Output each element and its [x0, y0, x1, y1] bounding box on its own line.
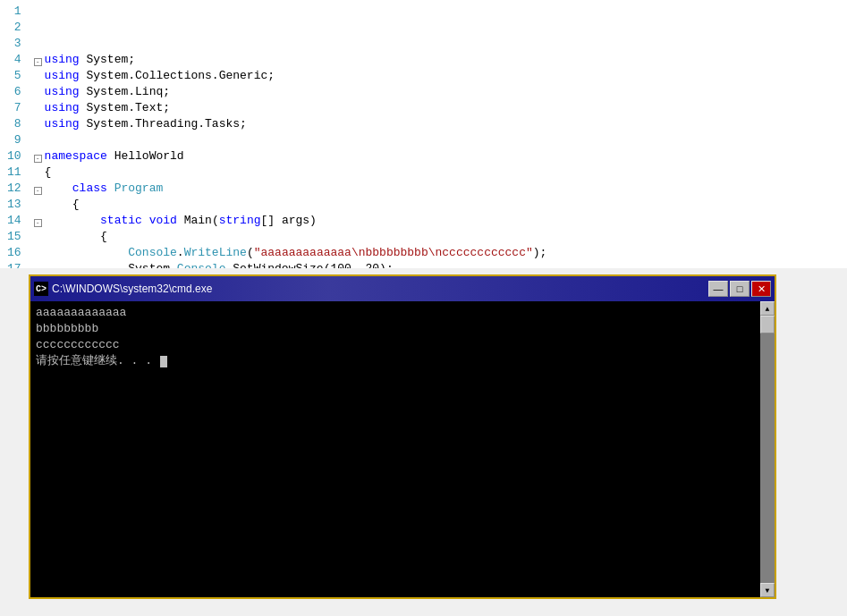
cmd-icon: C>	[34, 282, 48, 296]
token: .	[177, 245, 184, 261]
token: System;	[80, 52, 135, 68]
line-number-10: 10	[7, 148, 21, 165]
collapse-btn-11[interactable]: -	[34, 219, 42, 227]
line-number-16: 16	[7, 245, 21, 261]
token: using	[45, 68, 80, 84]
line-number-11: 11	[7, 165, 21, 181]
collapse-btn-1[interactable]: -	[34, 58, 42, 66]
cmd-controls: — □ ✕	[708, 281, 771, 297]
token: );	[533, 245, 547, 261]
token: using	[45, 116, 80, 132]
code-line-5: using System.Threading.Tasks;	[34, 116, 840, 132]
token: {	[45, 165, 52, 181]
line-number-14: 14	[7, 213, 21, 229]
code-line-9: - class Program	[34, 181, 840, 197]
token: static	[100, 213, 142, 229]
line-number-5: 5	[7, 68, 21, 84]
code-line-1: -using System;	[34, 52, 840, 68]
token: System.Text;	[80, 100, 170, 116]
token: Program	[114, 181, 164, 197]
cmd-cursor	[160, 356, 167, 367]
line-number-8: 8	[7, 116, 21, 132]
code-line-13: Console.WriteLine("aaaaaaaaaaaaa\nbbbbbb…	[34, 245, 840, 261]
collapse-btn-7[interactable]: -	[34, 155, 42, 163]
cmd-titlebar: C> C:\WINDOWS\system32\cmd.exe — □ ✕	[30, 276, 775, 301]
line-number-17: 17	[7, 261, 21, 268]
code-line-2: using System.Collections.Generic;	[34, 68, 840, 84]
token: Console	[128, 245, 177, 261]
token: Console	[177, 261, 226, 268]
token: string	[219, 213, 261, 229]
cmd-body: aaaaaaaaaaaaabbbbbbbbbcccccccccccc请按任意键继…	[30, 301, 775, 597]
line-number-15: 15	[7, 229, 21, 245]
line-number-2: 2	[7, 20, 21, 36]
cmd-window: C> C:\WINDOWS\system32\cmd.exe — □ ✕ aaa…	[29, 274, 776, 599]
code-line-3: using System.Linq;	[34, 84, 840, 100]
token: System.Linq;	[80, 84, 170, 100]
collapse-btn-9[interactable]: -	[34, 187, 42, 195]
line-numbers: 123456789101112131415161718	[0, 0, 27, 268]
cmd-output-line-1: bbbbbbbbb	[36, 321, 755, 337]
token: HelloWorld	[107, 148, 184, 165]
token: {	[45, 229, 107, 245]
cmd-titlebar-left: C> C:\WINDOWS\system32\cmd.exe	[34, 282, 212, 296]
code-line-4: using System.Text;	[34, 100, 840, 116]
code-content[interactable]: -using System;using System.Collections.G…	[27, 0, 847, 268]
token: .SetWindowSize(100, 20);	[225, 261, 393, 268]
cmd-output-line-0: aaaaaaaaaaaaa	[36, 305, 755, 321]
line-number-12: 12	[7, 181, 21, 197]
cmd-output-line-3: 请按任意键继续. . .	[36, 353, 755, 369]
minimize-button[interactable]: —	[708, 281, 728, 297]
token: [] args)	[261, 213, 317, 229]
token: using	[45, 52, 80, 68]
token	[107, 181, 114, 197]
token: System.Collections.Generic;	[80, 68, 275, 84]
token: using	[45, 100, 80, 116]
line-number-6: 6	[7, 84, 21, 100]
token: System.	[45, 261, 177, 268]
line-number-7: 7	[7, 100, 21, 116]
line-number-4: 4	[7, 52, 21, 68]
code-editor: 123456789101112131415161718 -using Syste…	[0, 0, 847, 268]
token: Main(	[177, 213, 219, 229]
token: {	[45, 197, 80, 213]
cmd-scrollbar[interactable]: ▲ ▼	[760, 301, 775, 597]
line-number-13: 13	[7, 197, 21, 213]
line-number-3: 3	[7, 36, 21, 52]
scroll-up-arrow[interactable]: ▲	[760, 301, 775, 316]
scrollbar-thumb[interactable]	[760, 316, 775, 333]
maximize-button[interactable]: □	[730, 281, 750, 297]
code-line-14: System.Console.SetWindowSize(100, 20);	[34, 261, 840, 268]
token: class	[45, 181, 107, 197]
scrollbar-track[interactable]	[760, 316, 775, 583]
line-number-1: 1	[7, 4, 21, 20]
cmd-output-line-2: cccccccccccc	[36, 337, 755, 353]
code-line-6	[34, 132, 840, 148]
token: void	[149, 213, 177, 229]
token	[142, 213, 149, 229]
code-line-11: - static void Main(string[] args)	[34, 213, 840, 229]
token: namespace	[45, 148, 107, 165]
token: WriteLine	[184, 245, 247, 261]
line-number-9: 9	[7, 132, 21, 148]
cmd-icon-text: C>	[36, 284, 47, 294]
token	[45, 213, 100, 229]
code-line-7: -namespace HelloWorld	[34, 148, 840, 165]
cmd-title-text: C:\WINDOWS\system32\cmd.exe	[52, 283, 212, 295]
cmd-output: aaaaaaaaaaaaabbbbbbbbbcccccccccccc请按任意键继…	[30, 301, 760, 597]
code-line-8: {	[34, 165, 840, 181]
token: (	[247, 245, 254, 261]
token	[45, 245, 129, 261]
token: using	[45, 84, 80, 100]
token: "aaaaaaaaaaaaa\nbbbbbbbbb\ncccccccccccc"	[254, 245, 533, 261]
close-button[interactable]: ✕	[751, 281, 771, 297]
scroll-down-arrow[interactable]: ▼	[760, 583, 775, 597]
token: System.Threading.Tasks;	[80, 116, 247, 132]
code-line-12: {	[34, 229, 840, 245]
code-line-10: {	[34, 197, 840, 213]
